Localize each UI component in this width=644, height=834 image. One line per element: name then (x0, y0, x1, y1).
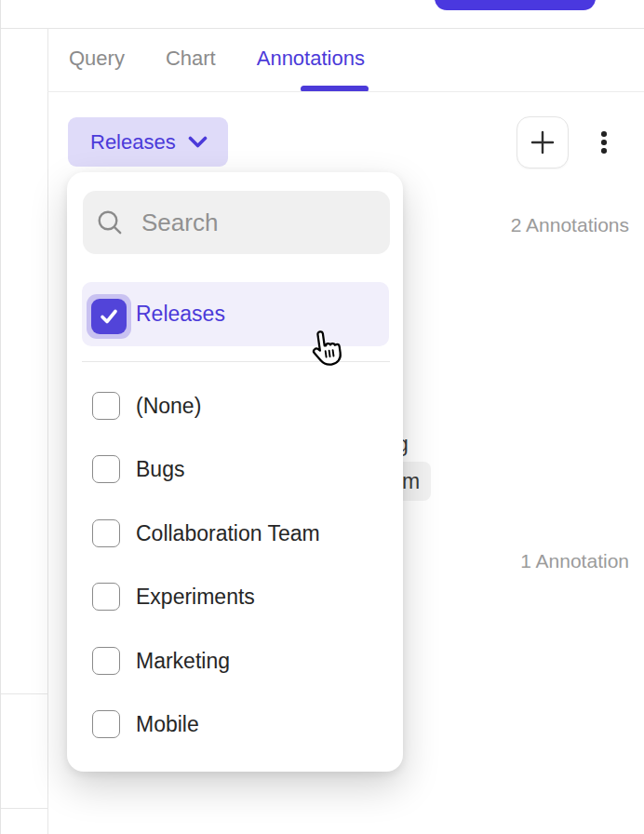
search-placeholder: Search (141, 208, 218, 237)
annotation-count-badge: 2 Annotations (511, 214, 629, 236)
checkbox-checked-icon[interactable] (91, 299, 127, 334)
option-label: (None) (136, 394, 201, 419)
sidebar-row-divider (1, 693, 47, 694)
option-label: Marketing (136, 649, 230, 674)
checkbox-unchecked-icon[interactable] (92, 455, 120, 483)
releases-filter-button[interactable]: Releases (68, 117, 228, 167)
search-input[interactable]: Search (83, 191, 390, 254)
option-row-mobile[interactable]: Mobile (92, 708, 199, 740)
search-icon (96, 208, 124, 236)
header-divider (1, 28, 644, 29)
option-label: Releases (136, 282, 225, 346)
tabs-bottom-border (47, 91, 644, 92)
option-row-collaboration-team[interactable]: Collaboration Team (92, 518, 320, 549)
checkbox-unchecked-icon[interactable] (92, 583, 120, 611)
tab-annotations[interactable]: Annotations (257, 46, 365, 72)
tab-query[interactable]: Query (69, 46, 125, 72)
option-label: Mobile (136, 712, 199, 737)
option-row-none[interactable]: (None) (92, 390, 201, 422)
checkbox-focus-ring (87, 294, 131, 339)
checkbox-unchecked-icon[interactable] (92, 710, 120, 738)
option-label: Collaboration Team (136, 521, 320, 546)
checkbox-unchecked-icon[interactable] (92, 392, 120, 420)
checkbox-unchecked-icon[interactable] (92, 647, 120, 675)
checkbox-unchecked-icon[interactable] (92, 519, 120, 547)
primary-action-button[interactable] (435, 0, 596, 10)
option-label: Experiments (136, 585, 255, 610)
sidebar-border (47, 28, 48, 834)
option-row-experiments[interactable]: Experiments (92, 581, 255, 612)
annotation-count-badge: 1 Annotation (520, 550, 629, 572)
annotations-screen: Query Chart Annotations Releases 2 Annot… (0, 0, 644, 834)
tab-bar: Query Chart Annotations (69, 46, 365, 72)
chevron-down-icon (188, 136, 208, 149)
pointer-hand-cursor (306, 326, 347, 376)
sidebar-row-divider (1, 808, 47, 809)
option-row-marketing[interactable]: Marketing (92, 645, 230, 677)
option-row-releases-selected[interactable]: Releases (82, 282, 389, 346)
option-row-bugs[interactable]: Bugs (92, 453, 184, 485)
kebab-menu-icon[interactable] (597, 131, 611, 157)
tab-chart[interactable]: Chart (166, 46, 216, 72)
add-annotation-button[interactable] (517, 116, 569, 168)
option-label: Bugs (136, 457, 184, 482)
filter-button-label: Releases (90, 130, 176, 155)
releases-dropdown-panel: Search Releases (None) Bugs Collaboratio… (67, 172, 403, 772)
plus-icon (530, 129, 556, 155)
